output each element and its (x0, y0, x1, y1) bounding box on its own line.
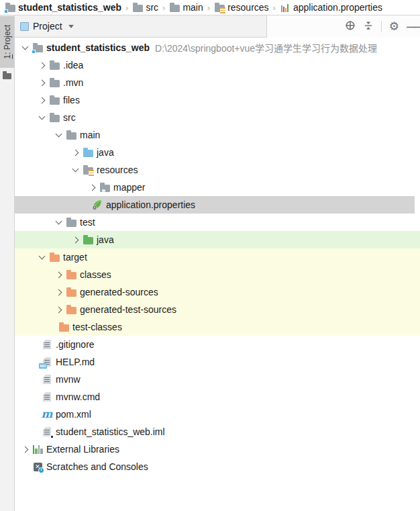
breadcrumb-label: resources (227, 2, 268, 13)
tree-row-pom-xml[interactable]: mpom.xml (15, 406, 420, 423)
chevron-right-icon[interactable] (34, 81, 49, 85)
tree-row-files[interactable]: files (15, 91, 420, 109)
resources-folder-icon (214, 2, 225, 13)
tree-row-src[interactable]: src (15, 109, 420, 126)
breadcrumb-item-project[interactable]: student_statistics_web (5, 2, 121, 13)
tree-item-label: application.properties (106, 199, 195, 210)
chevron-down-icon[interactable] (51, 221, 66, 224)
chevron-down-icon[interactable] (68, 169, 83, 171)
folder-icon (49, 95, 60, 105)
tree-row-mvn[interactable]: .mvn (15, 74, 420, 91)
tree-item-label: .mvn (63, 77, 83, 88)
tree-item-label: .gitignore (56, 339, 95, 350)
folder-plain-icon (99, 182, 110, 193)
maven-icon: m (42, 409, 52, 420)
tree-row-java[interactable]: java (15, 144, 420, 161)
tree-row-help-md[interactable]: MDHELP.md (15, 353, 420, 371)
tree-row-application-properties[interactable]: application.properties (15, 196, 415, 214)
tree-item-label: src (63, 112, 76, 123)
folder-excluded-icon (58, 322, 69, 332)
tree-row-resources[interactable]: resources (15, 161, 420, 179)
tree-item-label: student_statistics_web.iml (56, 426, 165, 437)
folder-icon (66, 130, 76, 140)
project-panel-header: Project ⚙ —— (15, 15, 420, 38)
breadcrumb-label: src (146, 2, 158, 13)
chevron-right-icon[interactable] (68, 238, 83, 242)
tree-row-student-statistics-web[interactable]: student_statistics_webD:\2024\springboot… (15, 39, 420, 56)
properties-file-icon (280, 2, 291, 13)
breadcrumb-item-src[interactable]: src (132, 2, 158, 13)
tree-row-generated-test-sources[interactable]: generated-test-sources (15, 301, 420, 318)
tool-window-tab-project[interactable]: 1: Project (0, 16, 14, 68)
tree-row-classes[interactable]: classes (15, 266, 420, 283)
project-icon (32, 42, 43, 53)
chevron-right-icon[interactable] (51, 290, 66, 295)
tree-item-label: mapper (113, 182, 145, 193)
breadcrumb-label: application.properties (293, 2, 382, 13)
tree-item-label: resources (97, 165, 138, 175)
folder-excluded-icon (66, 304, 76, 315)
tree-row-test-classes[interactable]: test-classes (15, 318, 420, 336)
tree-item-label: HELP.md (56, 357, 95, 367)
breadcrumb-separator-icon: › (125, 3, 129, 13)
tree-item-label: main (80, 130, 100, 140)
chevron-down-icon[interactable] (34, 116, 49, 119)
tree-row-mapper[interactable]: mapper (15, 179, 420, 196)
view-selector[interactable]: Project (20, 15, 74, 37)
spring-icon (92, 199, 103, 210)
tree-row-java[interactable]: java (15, 231, 420, 248)
tree-item-label: mvnw.cmd (56, 391, 100, 402)
tree-row-generated-sources[interactable]: generated-sources (15, 283, 420, 301)
chevron-right-icon[interactable] (51, 273, 66, 277)
chevron-right-icon[interactable] (85, 185, 99, 190)
tree-item-label: java (97, 234, 114, 245)
chevron-right-icon[interactable] (34, 98, 49, 103)
file-text-icon (42, 374, 52, 385)
collapse-all-icon[interactable] (363, 20, 374, 33)
tree-item-label: .idea (63, 60, 83, 71)
chevron-down-icon[interactable] (17, 46, 32, 49)
locate-file-icon[interactable] (345, 20, 356, 33)
tree-row-gitignore[interactable]: .gitignore (15, 336, 420, 353)
folder-excluded-icon (49, 252, 60, 263)
tree-row-external-libraries[interactable]: External Libraries (15, 440, 420, 458)
tree-row-test[interactable]: test (15, 214, 420, 231)
chevron-right-icon[interactable] (17, 447, 32, 452)
tree-row-target[interactable]: target (15, 248, 420, 266)
settings-gear-icon[interactable]: ⚙ (389, 21, 399, 32)
tree-item-label: Scratches and Consoles (46, 461, 148, 472)
breadcrumb-separator-icon: › (162, 3, 166, 13)
breadcrumb: student_statistics_web › src › main › re… (0, 0, 420, 15)
chevron-down-icon[interactable] (51, 134, 66, 136)
tree-row-student-statistics-web-iml[interactable]: student_statistics_web.iml (15, 423, 420, 440)
file-md-icon: MD (42, 357, 52, 367)
chevron-down-icon (68, 25, 74, 28)
tree-row-mvnw[interactable]: mvnw (15, 371, 420, 388)
tree-row-mvnw-cmd[interactable]: mvnw.cmd (15, 388, 420, 406)
breadcrumb-item-resources[interactable]: resources (214, 2, 268, 13)
chevron-right-icon[interactable] (34, 63, 49, 68)
chevron-down-icon[interactable] (34, 256, 49, 259)
project-view-icon (20, 22, 29, 31)
folder-icon (49, 77, 60, 88)
chevron-right-icon[interactable] (51, 308, 66, 312)
folder-icon (169, 2, 180, 13)
folder-resources-icon (83, 165, 93, 175)
tree-row-idea[interactable]: .idea (15, 56, 420, 74)
tree-row-main[interactable]: main (15, 126, 420, 144)
folder-excluded-icon (66, 287, 76, 297)
folder-icon (3, 73, 11, 79)
tree-row-scratches-and-consoles[interactable]: ✕Scratches and Consoles (15, 458, 420, 475)
breadcrumb-item-application-properties[interactable]: application.properties (280, 2, 382, 13)
tree-item-label: test-classes (72, 322, 122, 332)
file-text-icon (42, 391, 52, 402)
folder-icon (49, 112, 60, 123)
folder-icon (49, 60, 60, 71)
chevron-right-icon[interactable] (68, 150, 83, 155)
folder-icon (132, 2, 143, 13)
breadcrumb-item-main[interactable]: main (169, 2, 203, 13)
view-selector-label: Project (33, 21, 62, 32)
hide-panel-icon[interactable]: —— (407, 21, 420, 32)
project-tree: student_statistics_webD:\2024\springboot… (15, 38, 420, 511)
libraries-icon (32, 444, 43, 455)
